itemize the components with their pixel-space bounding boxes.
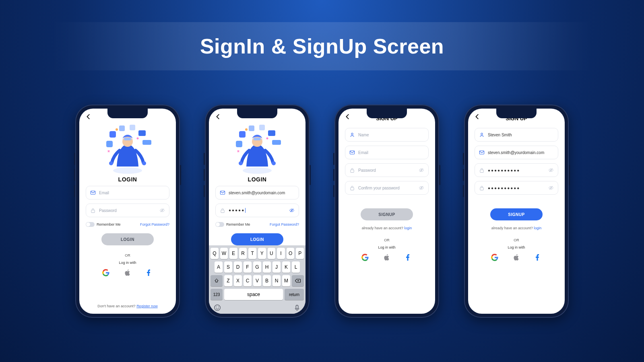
key-f[interactable]: F — [244, 261, 252, 273]
user-icon — [479, 132, 485, 138]
register-footer: Don't have an account? Register now — [86, 304, 169, 308]
password-value: ●●●●● — [229, 208, 286, 213]
return-key[interactable]: return — [285, 289, 304, 300]
facebook-icon[interactable] — [405, 253, 413, 261]
eye-off-icon[interactable] — [548, 167, 554, 173]
email-value: steven.smith@yourdomain.com — [488, 150, 554, 155]
key-r[interactable]: R — [239, 248, 247, 259]
numeric-key[interactable]: 123 — [211, 289, 223, 300]
login-illustration — [86, 122, 169, 175]
email-field[interactable]: steven.smith@yourdomain.com — [475, 146, 558, 159]
key-d[interactable]: D — [234, 261, 242, 273]
eye-off-icon[interactable] — [419, 185, 424, 191]
footer-pre: already have an account? — [491, 226, 534, 230]
login-link[interactable]: login — [534, 226, 541, 230]
emoji-icon[interactable] — [214, 304, 221, 311]
password-field[interactable]: ●●●●● — [215, 204, 299, 217]
eye-off-icon[interactable] — [289, 208, 295, 213]
keyboard: QWERTYUIOP ASDFGHJKL ZXCVBNM 123 space r… — [209, 245, 305, 314]
remember-me-toggle[interactable]: Remember Me — [86, 222, 121, 227]
forgot-password-link[interactable]: Forgot Password? — [140, 222, 169, 226]
key-a[interactable]: A — [215, 261, 223, 273]
key-m[interactable]: M — [282, 275, 290, 286]
key-g[interactable]: G — [253, 261, 261, 273]
key-v[interactable]: V — [253, 275, 261, 286]
password-field[interactable]: ●●●●●●●●●● — [475, 163, 558, 177]
key-p[interactable]: P — [296, 248, 304, 259]
name-field[interactable]: Name — [345, 128, 429, 142]
key-q[interactable]: Q — [211, 248, 219, 259]
title-band: SignIn & SignUp Screen — [0, 22, 644, 70]
name-field[interactable]: Steven Smith — [475, 128, 558, 142]
key-l[interactable]: L — [292, 261, 300, 273]
signup-button[interactable]: SIGNUP — [490, 208, 543, 220]
key-u[interactable]: U — [268, 248, 276, 259]
email-field[interactable]: Email — [345, 146, 429, 159]
confirm-password-field[interactable]: ●●●●●●●●●● — [475, 181, 558, 195]
eye-off-icon[interactable] — [419, 167, 424, 173]
backspace-icon — [295, 278, 301, 284]
page-title: SignIn & SignUp Screen — [200, 34, 444, 58]
confirm-password-field[interactable]: Confirm your password — [345, 181, 429, 195]
apple-icon[interactable] — [383, 253, 391, 261]
login-heading: LOGIN — [215, 176, 299, 183]
signup-button[interactable]: SIGNUP — [361, 208, 413, 220]
key-t[interactable]: T — [248, 248, 256, 259]
key-o[interactable]: O — [287, 248, 295, 259]
eye-off-icon[interactable] — [159, 208, 165, 213]
space-key[interactable]: space — [224, 289, 283, 300]
key-c[interactable]: C — [244, 275, 252, 286]
apple-icon[interactable] — [512, 253, 520, 261]
back-button[interactable] — [215, 113, 222, 121]
remember-label: Remember Me — [226, 222, 250, 226]
footer-pre: Don't have an account? — [97, 304, 136, 308]
backspace-key[interactable] — [292, 275, 304, 286]
register-link[interactable]: Register now — [136, 304, 158, 308]
google-icon[interactable] — [102, 269, 110, 277]
lock-icon — [479, 185, 485, 191]
password-field[interactable]: Password — [86, 204, 169, 217]
key-k[interactable]: K — [282, 261, 290, 273]
email-field[interactable]: steven.smith@yourdomain.com — [215, 186, 299, 200]
remember-label: Remember Me — [97, 222, 121, 226]
mic-icon[interactable] — [293, 304, 301, 311]
email-icon — [90, 190, 96, 195]
login-link[interactable]: login — [404, 226, 412, 230]
google-icon[interactable] — [491, 253, 499, 261]
apple-icon[interactable] — [124, 269, 132, 277]
key-h[interactable]: H — [263, 261, 271, 273]
shift-key[interactable] — [211, 275, 223, 286]
email-placeholder: Email — [99, 191, 165, 195]
login-button[interactable]: LOGIN — [101, 233, 154, 245]
password-field[interactable]: Password — [345, 163, 429, 177]
google-icon[interactable] — [361, 253, 369, 261]
facebook-icon[interactable] — [145, 269, 153, 277]
or-divider: OR — [86, 253, 169, 257]
back-icon — [85, 113, 92, 120]
key-j[interactable]: J — [272, 261, 281, 273]
facebook-icon[interactable] — [534, 253, 542, 261]
key-i[interactable]: I — [277, 248, 285, 259]
remember-me-toggle[interactable]: Remember Me — [215, 222, 250, 227]
key-b[interactable]: B — [263, 275, 271, 286]
back-button[interactable] — [85, 113, 92, 121]
key-n[interactable]: N — [272, 275, 281, 286]
key-y[interactable]: Y — [258, 248, 266, 259]
email-icon — [479, 150, 485, 155]
name-value: Steven Smith — [488, 133, 554, 137]
key-w[interactable]: W — [220, 248, 228, 259]
lock-icon — [220, 208, 225, 213]
confirm-placeholder: Confirm your password — [358, 186, 415, 190]
email-field[interactable]: Email — [86, 186, 169, 200]
footer-pre: already have an account? — [362, 226, 405, 230]
key-x[interactable]: X — [234, 275, 242, 286]
forgot-password-link[interactable]: Forgot Password? — [270, 222, 299, 226]
eye-off-icon[interactable] — [548, 185, 554, 191]
key-z[interactable]: Z — [224, 275, 232, 286]
kbd-row-3: ZXCVBNM — [211, 275, 304, 286]
key-s[interactable]: S — [224, 261, 232, 273]
phone-login-empty: LOGIN Email Password Remember Me Forgot … — [75, 105, 180, 318]
key-e[interactable]: E — [229, 248, 237, 259]
login-button[interactable]: LOGIN — [231, 233, 283, 245]
back-icon — [215, 113, 222, 120]
